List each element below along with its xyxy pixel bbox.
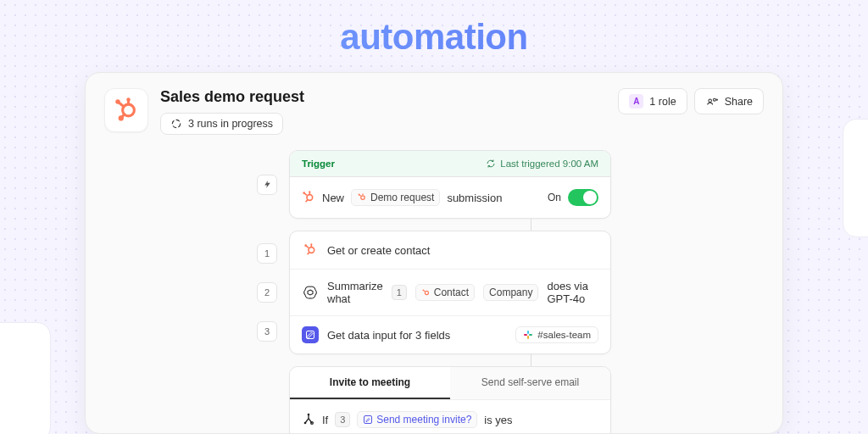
slack-chip: #sales-team [515,326,598,343]
trigger-card[interactable]: Trigger Last triggered 9:00 AM [289,150,611,219]
svg-rect-31 [307,331,314,339]
step-text: Get data input for 3 fields [327,329,450,342]
svg-point-14 [309,191,310,192]
edit-icon [363,415,373,425]
step-ref-chip: 1 [392,285,407,300]
svg-point-8 [709,99,712,103]
hubspot-icon [114,97,139,123]
svg-point-36 [308,414,310,416]
edit-icon [302,326,319,343]
workflow-title: Sales demo request [160,88,606,106]
svg-point-7 [172,120,180,127]
svg-point-26 [304,244,307,247]
svg-rect-33 [529,334,532,336]
step-prefix: Summarize what [327,280,383,305]
workflow-card: Sales demo request 3 runs in progress A … [85,72,783,434]
hubspot-icon [357,192,367,203]
slack-icon [523,330,533,340]
branch-icon [302,413,315,426]
trigger-step-marker [257,175,277,195]
step-row[interactable]: Summarize what 1 Contact Company does vi… [290,270,610,316]
trigger-suffix: submission [447,192,502,204]
step-marker-1: 1 [257,243,277,264]
share-label: Share [725,96,753,108]
svg-point-18 [361,196,365,200]
svg-point-24 [310,243,312,245]
tab-invite[interactable]: Invite to meeting [290,367,450,399]
svg-line-27 [308,253,309,255]
step-marker-3: 3 [257,321,277,342]
branch-field-chip: Send meeting invite? [357,411,477,428]
lightning-icon [263,180,272,189]
svg-point-28 [425,291,428,294]
steps-card: Get or create contact Summarize what 1 [289,231,611,354]
role-badge: A [629,94,643,108]
company-chip: Company [483,284,538,301]
trigger-prefix: New [322,192,344,204]
svg-rect-34 [527,336,529,339]
progress-icon [170,118,182,130]
branch-ref-chip: 3 [335,412,350,427]
svg-point-16 [303,192,305,194]
share-button[interactable]: Share [694,88,764,114]
svg-point-12 [307,195,313,201]
toggle-label: On [548,192,561,203]
role-button[interactable]: A 1 role [618,88,687,114]
trigger-chip: Demo request [351,189,440,206]
decorative-shape [0,322,51,434]
decorative-shape [843,119,868,237]
trigger-label: Trigger [302,159,335,169]
step-suffix: does via GPT-4o [547,280,598,305]
svg-point-37 [304,422,307,425]
contact-chip: Contact [415,284,475,301]
refresh-icon [486,159,496,169]
branch-card: Invite to meeting Send self-serve email … [289,366,611,434]
hubspot-icon [421,288,431,298]
step-row[interactable]: Get or create contact [290,231,610,270]
step-text: Get or create contact [327,244,430,257]
svg-point-9 [713,98,715,101]
svg-rect-32 [527,331,529,334]
hubspot-icon [302,191,315,204]
runs-chip[interactable]: 3 runs in progress [160,113,283,135]
role-label: 1 role [649,96,676,108]
svg-point-21 [359,194,360,196]
svg-point-22 [309,248,314,253]
svg-point-4 [115,99,120,104]
svg-point-30 [422,289,424,291]
hubspot-icon [303,243,317,257]
page-title: automation [0,0,868,58]
step-marker-2: 2 [257,282,277,303]
branch-suffix: is yes [484,414,512,426]
trigger-meta: Last triggered 9:00 AM [500,159,598,169]
openai-icon [303,285,318,300]
trigger-toggle[interactable] [568,189,598,206]
svg-rect-35 [524,334,527,336]
runs-text: 3 runs in progress [188,118,273,130]
step-row[interactable]: Get data input for 3 fields #sales-team [290,316,610,353]
share-icon [705,96,719,108]
app-icon-hubspot [104,88,148,132]
branch-if: If [322,414,328,426]
svg-line-17 [306,200,308,203]
tab-selfserve[interactable]: Send self-serve email [450,367,610,399]
svg-point-2 [126,97,131,102]
